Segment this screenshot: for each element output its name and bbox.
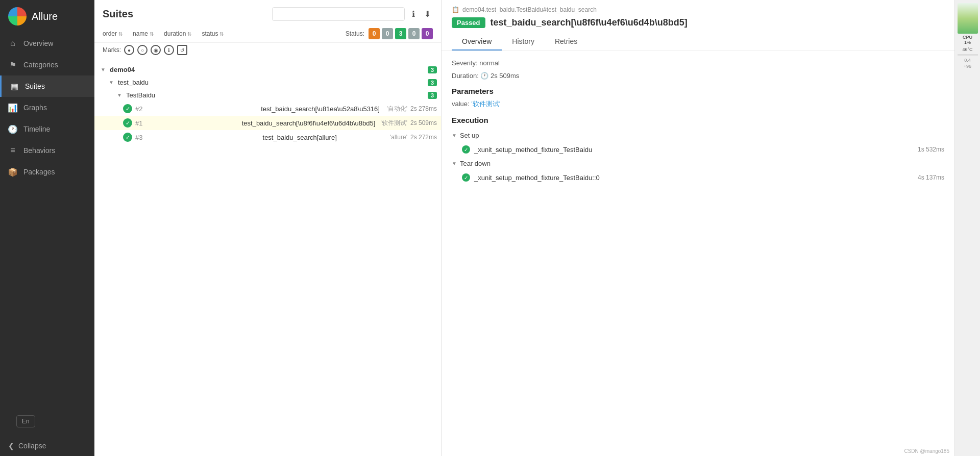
sidebar-item-label: Overview [23,39,53,47]
tab-overview[interactable]: Overview [452,33,502,50]
home-icon: ⌂ [8,39,17,48]
count-badge: 3 [428,66,437,73]
tree-node-testbaidu[interactable]: ▼ TestBaidu 3 [94,89,441,102]
sidebar-item-label: Suites [25,82,45,90]
order-sort-icon: ⇅ [118,31,122,37]
teardown-group[interactable]: ▼ Tear down [452,157,944,170]
test-number: #1 [135,119,237,127]
param-name: value: [452,100,470,108]
suites-header: Suites ℹ ⬇ [94,0,441,25]
breadcrumb: 📋 demo04.test_baidu.TestBaidu#test_baidu… [452,6,944,13]
search-input[interactable] [272,7,405,21]
status-column-header[interactable]: status ⇅ [202,30,224,37]
footer-note: CSDN @mango185 [904,448,949,454]
test-item-3[interactable]: ✓ #3 test_baidu_search[allure] 'allure' … [94,130,441,144]
mark-icon-4[interactable]: ℹ [164,45,174,55]
name-label: name [133,30,148,37]
setup-group[interactable]: ▼ Set up [452,129,944,142]
test-item-2[interactable]: ✓ #2 test_baidu_search[\u81ea\u52a8\u531… [94,102,441,116]
tree-node-test_baidu[interactable]: ▼ test_baidu 3 [94,76,441,89]
sidebar-item-label: Categories [23,61,58,69]
duration-sort-icon: ⇅ [187,31,191,37]
download-icon[interactable]: ⬇ [422,7,433,21]
system-panel: CPU 1% 46°C 0.4 +96 [954,0,980,456]
severity-row: Severity: normal [452,59,944,67]
status-label: status [202,30,218,37]
marks-label: Marks: [103,46,121,54]
sidebar-item-graphs[interactable]: 📊 Graphs [0,97,94,118]
info-icon[interactable]: ℹ [410,7,417,21]
severity-value: normal [479,59,500,67]
test-duration: 2s 272ms [410,134,437,141]
order-column-header[interactable]: order ⇅ [103,30,122,37]
sidebar-item-packages[interactable]: 📦 Packages [0,161,94,183]
pass-icon: ✓ [123,133,132,142]
mark-icon-5[interactable]: ↺ [177,45,187,55]
node-label: test_baidu [118,79,149,86]
sidebar-item-behaviors[interactable]: ≡ Behaviors [0,140,94,161]
badge-skipped[interactable]: 0 [408,28,420,39]
test-name: test_baidu_search[\u81ea\u52a8\u5316] [261,105,381,113]
teardown-item-name: _xunit_setup_method_fixture_TestBaidu::0 [474,174,600,182]
test-item-1[interactable]: ✓ #1 test_baidu_search[\u8f6f\u4ef6\u6d4… [94,116,441,130]
status-badges: 0 0 3 0 0 [369,28,433,39]
collapse-button[interactable]: ❮ Collapse [0,436,94,456]
timeline-icon: 🕐 [8,124,17,134]
order-label: order [103,30,117,37]
detail-tabs: Overview History Retries [452,33,944,50]
duration-column-header[interactable]: duration ⇅ [164,30,191,37]
temp-chart: 46°C [955,46,980,53]
packages-icon: 📦 [8,167,17,176]
test-param: 'allure' [390,134,407,141]
badge-failed[interactable]: 0 [369,28,380,39]
tree-area: ▼ demo04 3 ▼ test_baidu 3 ▼ TestBaidu 3 … [94,59,441,456]
node-label: TestBaidu [126,91,155,99]
badge-passed[interactable]: 3 [395,28,406,39]
test-duration: 2s 278ms [410,105,437,112]
sidebar-item-label: Graphs [23,104,47,112]
sidebar-item-label: Packages [23,168,55,176]
chevron-icon: ▼ [452,133,457,138]
sidebar-item-timeline[interactable]: 🕐 Timeline [0,118,94,140]
severity-label: Severity: [452,59,478,67]
table-controls: order ⇅ name ⇅ duration ⇅ status ⇅ Statu… [94,25,441,43]
tab-retries[interactable]: Retries [545,33,587,50]
teardown-item: ✓ _xunit_setup_method_fixture_TestBaidu:… [452,170,944,185]
detail-panel: 📋 demo04.test_baidu.TestBaidu#test_baidu… [442,0,954,456]
breadcrumb-text: demo04.test_baidu.TestBaidu#test_baidu_s… [462,6,597,13]
chevron-icon: ▼ [452,161,457,166]
pass-icon: ✓ [123,118,132,128]
lang-button[interactable]: En [16,415,35,427]
main-area: Suites ℹ ⬇ order ⇅ name ⇅ duration ⇅ sta… [94,0,980,456]
sidebar-item-overview[interactable]: ⌂ Overview [0,33,94,54]
teardown-duration: 4s 137ms [918,174,944,181]
cpu-chart: CPU 1% [955,2,980,46]
clock-icon: 🕐 [480,72,491,80]
suites-icon: ▦ [10,82,19,91]
expand-icon: ▼ [101,67,107,72]
mark-icon-1[interactable]: ● [124,45,134,55]
cpu-label: CPU [963,35,972,40]
test-param: '软件测试' [380,119,407,128]
sidebar-item-label: Timeline [23,125,50,133]
badge-unknown[interactable]: 0 [422,28,433,39]
setup-duration: 1s 532ms [918,146,944,153]
sidebar-item-categories[interactable]: ⚑ Categories [0,54,94,75]
param-value: '软件测试' [471,100,500,108]
detail-content: Severity: normal Duration: 🕐 2s 509ms Pa… [442,51,954,456]
duration-label: duration [164,30,186,37]
mark-icon-3[interactable]: ◉ [151,45,161,55]
tab-history[interactable]: History [502,33,545,50]
badge-broken[interactable]: 0 [382,28,393,39]
mark-icon-2[interactable]: ○ [137,45,148,55]
test-name: test_baidu_search[allure] [263,134,385,141]
setup-item-name: _xunit_setup_method_fixture_TestBaidu [474,146,592,154]
copy-icon[interactable]: 📋 [452,6,459,13]
sidebar-item-suites[interactable]: ▦ Suites [0,75,94,97]
logo-text: Allure [32,11,58,22]
name-column-header[interactable]: name ⇅ [133,30,154,37]
detail-header: 📋 demo04.test_baidu.TestBaidu#test_baidu… [442,0,954,51]
passed-badge: Passed [452,17,485,28]
expand-icon: ▼ [117,92,123,98]
tree-node-demo04[interactable]: ▼ demo04 3 [94,63,441,76]
